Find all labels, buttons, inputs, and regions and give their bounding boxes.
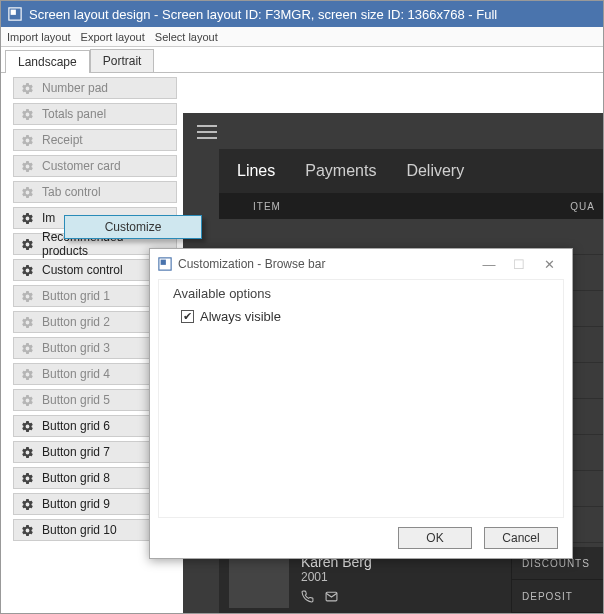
palette-item-label: Button grid 1 (42, 289, 110, 303)
palette-item-label: Button grid 8 (42, 471, 110, 485)
always-visible-label: Always visible (200, 309, 281, 324)
gear-icon (20, 160, 34, 173)
tab-landscape[interactable]: Landscape (5, 50, 90, 73)
mail-icon[interactable] (324, 590, 339, 606)
dialog-title: Customization - Browse bar (178, 257, 325, 271)
gear-icon (20, 290, 34, 303)
col-qty: QUA (570, 201, 595, 212)
palette-item-label: Button grid 5 (42, 393, 110, 407)
palette-item-label: Button grid 7 (42, 445, 110, 459)
palette-item[interactable]: Receipt (13, 129, 177, 151)
gear-icon (20, 446, 34, 459)
avatar (229, 552, 289, 608)
gear-icon (20, 108, 34, 121)
minimize-button[interactable]: — (474, 257, 504, 272)
always-visible-option[interactable]: ✔ Always visible (181, 309, 549, 324)
close-button[interactable]: ✕ (534, 257, 564, 272)
gear-icon (20, 472, 34, 485)
palette-item-label: Custom control (42, 263, 123, 277)
palette-item-label: Tab control (42, 185, 101, 199)
gear-icon (20, 238, 34, 251)
totals-deposit: DEPOSIT (512, 580, 603, 613)
gear-icon (20, 186, 34, 199)
gear-icon (20, 82, 34, 95)
gear-icon (20, 212, 34, 225)
gear-icon (20, 134, 34, 147)
gear-icon (20, 394, 34, 407)
table-header: ITEM QUA (219, 193, 603, 219)
palette-item[interactable]: Totals panel (13, 103, 177, 125)
gear-icon (20, 368, 34, 381)
palette-item-label: Button grid 6 (42, 419, 110, 433)
gear-icon (20, 316, 34, 329)
customer-year: 2001 (301, 570, 372, 584)
toolbar-export[interactable]: Export layout (81, 31, 145, 43)
dialog-app-icon (158, 257, 172, 271)
svg-rect-1 (11, 10, 16, 15)
gear-icon (20, 342, 34, 355)
window-titlebar: Screen layout design - Screen layout ID:… (1, 1, 603, 27)
palette-item-label: Customer card (42, 159, 121, 173)
svg-rect-4 (161, 260, 166, 265)
gear-icon (20, 420, 34, 433)
toolbar: Import layout Export layout Select layou… (1, 27, 603, 47)
palette-item[interactable]: Tab control (13, 181, 177, 203)
receipt-tab-delivery[interactable]: Delivery (406, 162, 464, 180)
gear-icon (20, 498, 34, 511)
palette-item[interactable]: Number pad (13, 77, 177, 99)
receipt-tabs: Lines Payments Delivery (219, 149, 603, 193)
cancel-button[interactable]: Cancel (484, 527, 558, 549)
palette-item-label: Button grid 9 (42, 497, 110, 511)
palette-item-label: Button grid 2 (42, 315, 110, 329)
customize-button[interactable]: Customize (64, 215, 202, 239)
palette-item-label: Receipt (42, 133, 83, 147)
toolbar-import[interactable]: Import layout (7, 31, 71, 43)
tab-portrait[interactable]: Portrait (90, 49, 155, 72)
checkbox-checked-icon[interactable]: ✔ (181, 310, 194, 323)
palette-item-label: Button grid 10 (42, 523, 117, 537)
palette-item-label: Totals panel (42, 107, 106, 121)
toolbar-select[interactable]: Select layout (155, 31, 218, 43)
palette-item-label: Number pad (42, 81, 108, 95)
gear-icon (20, 264, 34, 277)
palette-item-label: Button grid 4 (42, 367, 110, 381)
menu-icon[interactable] (197, 125, 217, 139)
receipt-tab-payments[interactable]: Payments (305, 162, 376, 180)
window-title: Screen layout design - Screen layout ID:… (29, 7, 497, 22)
gear-icon (20, 524, 34, 537)
palette-item-label: Im (42, 211, 55, 225)
receipt-tab-lines[interactable]: Lines (237, 162, 275, 180)
customization-dialog: Customization - Browse bar — ☐ ✕ Availab… (149, 248, 573, 559)
app-icon (7, 6, 23, 22)
palette-item[interactable]: Customer card (13, 155, 177, 177)
maximize-button[interactable]: ☐ (504, 257, 534, 272)
col-item: ITEM (253, 201, 281, 212)
options-heading: Available options (173, 286, 549, 301)
orientation-tabs: Landscape Portrait (1, 47, 603, 73)
phone-icon[interactable] (301, 590, 314, 606)
ok-button[interactable]: OK (398, 527, 472, 549)
palette-item-label: Button grid 3 (42, 341, 110, 355)
